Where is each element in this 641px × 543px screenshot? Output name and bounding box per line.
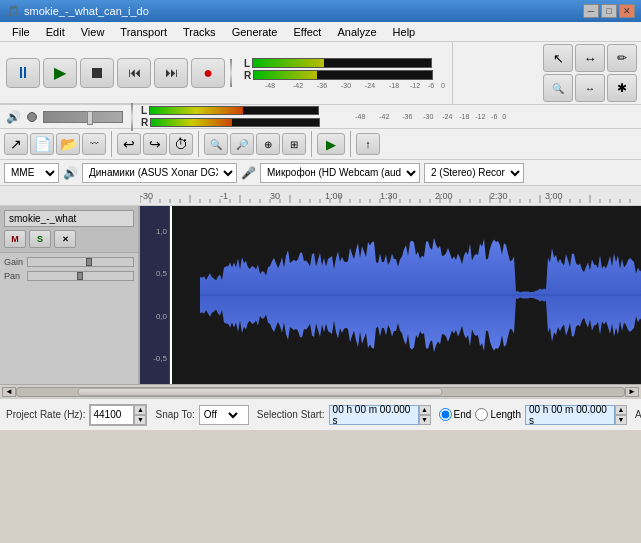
- volume-slider[interactable]: [43, 111, 123, 123]
- toolbar-divider: [230, 59, 232, 87]
- menu-edit[interactable]: Edit: [38, 24, 73, 40]
- length-radio[interactable]: [475, 408, 488, 421]
- select-tool-btn[interactable]: ↗: [4, 133, 28, 155]
- menu-file[interactable]: File: [4, 24, 38, 40]
- project-rate-field: Project Rate (Hz): 44100 ▲ ▼: [6, 404, 147, 426]
- tools-row-2: 🔍 ↔ ✱: [543, 74, 637, 102]
- volume-row: 🔊 L R -48 -42 -36 -30 -24 -18 -12 -6: [0, 105, 641, 129]
- play-button[interactable]: ▶: [43, 58, 77, 88]
- menu-view[interactable]: View: [73, 24, 113, 40]
- draw-tool[interactable]: ✏: [607, 44, 637, 72]
- end-length-field: End Length 00 h 00 m 00.000 s ▲ ▼: [439, 405, 627, 425]
- rate-down-btn[interactable]: ▼: [134, 415, 146, 425]
- track-control-buttons: M S ✕: [4, 230, 134, 248]
- silence-btn[interactable]: ↑: [356, 133, 380, 155]
- input-meters: L R -48 -42 -36 -30 -24 -18 -12 -6 0: [240, 42, 453, 104]
- menu-generate[interactable]: Generate: [224, 24, 286, 40]
- zoom-normal-btn[interactable]: 🔍: [204, 133, 228, 155]
- out-right-meter: [150, 118, 320, 127]
- track-gain-slider[interactable]: [27, 257, 134, 267]
- cursor-tool[interactable]: ↖: [543, 44, 573, 72]
- menu-help[interactable]: Help: [385, 24, 424, 40]
- end-radio[interactable]: [439, 408, 452, 421]
- out-right-row: R: [141, 117, 320, 128]
- left-meter: [252, 58, 432, 68]
- end-up[interactable]: ▲: [615, 405, 627, 415]
- snap-to-select-wrap: Off Bar Beat: [199, 405, 249, 425]
- play-green-btn[interactable]: ▶: [317, 133, 345, 155]
- menu-tracks[interactable]: Tracks: [175, 24, 224, 40]
- timeline-ruler: -30 -1 30 1:00 1:30 2:00 2:30 3:00: [0, 186, 641, 206]
- close-track-button[interactable]: ✕: [54, 230, 76, 248]
- end-down[interactable]: ▼: [615, 415, 627, 425]
- skip-back-button[interactable]: ⏮: [117, 58, 151, 88]
- scroll-right-button[interactable]: ►: [625, 387, 639, 397]
- window-icon: 🎵: [6, 5, 20, 18]
- zoom-out-btn[interactable]: 🔎: [230, 133, 254, 155]
- waveform-container[interactable]: 1,0 0,5 0,0 -0,5: [140, 206, 641, 384]
- scrollbar-thumb[interactable]: [78, 388, 442, 396]
- multi-tool[interactable]: ✱: [607, 74, 637, 102]
- solo-button[interactable]: S: [29, 230, 51, 248]
- channels-select[interactable]: 2 (Stereo) Record: [424, 163, 524, 183]
- record-button[interactable]: ●: [191, 58, 225, 88]
- end-value[interactable]: 00 h 00 m 00.000 s: [525, 405, 615, 425]
- rate-up-btn[interactable]: ▲: [134, 405, 146, 415]
- scroll-left-button[interactable]: ◄: [2, 387, 16, 397]
- output-device-select[interactable]: Динамики (ASUS Xonar DGX A: [82, 163, 237, 183]
- zoom-sel-btn[interactable]: ⊕: [256, 133, 280, 155]
- end-value-wrap: 00 h 00 m 00.000 s ▲ ▼: [525, 405, 627, 425]
- clock-btn[interactable]: ⏱: [169, 133, 193, 155]
- api-select[interactable]: MME DirectSound WASAPI: [4, 163, 59, 183]
- new-track-btn[interactable]: 📄: [30, 133, 54, 155]
- sel-start-down[interactable]: ▼: [419, 415, 431, 425]
- open-btn[interactable]: 📂: [56, 133, 80, 155]
- close-button[interactable]: ✕: [619, 4, 635, 18]
- mute-button[interactable]: M: [4, 230, 26, 248]
- project-rate-spinner[interactable]: ▲ ▼: [134, 405, 146, 425]
- minimize-button[interactable]: ─: [583, 4, 599, 18]
- track-pan-slider[interactable]: [27, 271, 134, 281]
- out-left-row: L: [141, 105, 320, 116]
- stop-button[interactable]: ⏹: [80, 58, 114, 88]
- sel-start-spinner[interactable]: ▲ ▼: [419, 405, 431, 425]
- end-spinner[interactable]: ▲ ▼: [615, 405, 627, 425]
- right-meter: [253, 70, 433, 80]
- pause-button[interactable]: ⏸: [6, 58, 40, 88]
- selection-start-value[interactable]: 00 h 00 m 00.000 s: [329, 405, 419, 425]
- pan-label: Pan: [4, 271, 24, 281]
- y-label-3: 0,0: [142, 312, 167, 321]
- waveform-btn[interactable]: 〰: [82, 133, 106, 155]
- undo-btn[interactable]: ↩: [117, 133, 141, 155]
- track-params: Gain Pan: [0, 253, 138, 285]
- zoom-in-tool[interactable]: 🔍: [543, 74, 573, 102]
- track-pan: Pan: [4, 271, 134, 281]
- audio-position-label: Audio Position:: [635, 409, 641, 420]
- gain-label: Gain: [4, 257, 24, 267]
- zoom-out-tool[interactable]: ↔: [575, 74, 605, 102]
- menu-effect[interactable]: Effect: [286, 24, 330, 40]
- track-header: smokie_-_what M S ✕ Gain Pan: [0, 206, 140, 384]
- selection-start-input-wrap: 00 h 00 m 00.000 s ▲ ▼: [329, 405, 431, 425]
- redo-btn[interactable]: ↪: [143, 133, 167, 155]
- meter-scale: -48 -42 -36 -30 -24 -18 -12 -6 0: [244, 82, 448, 89]
- input-device-select[interactable]: Микрофон (HD Webcam (audi: [260, 163, 420, 183]
- maximize-button[interactable]: □: [601, 4, 617, 18]
- length-label: Length: [490, 409, 521, 420]
- volume-knob[interactable]: [27, 112, 37, 122]
- sel-start-up[interactable]: ▲: [419, 405, 431, 415]
- y-label-4: -0,5: [142, 354, 167, 363]
- menu-transport[interactable]: Transport: [112, 24, 175, 40]
- scrollbar-track[interactable]: [16, 387, 625, 397]
- end-length-radio-group: End Length: [439, 408, 521, 421]
- end-radio-label[interactable]: End: [439, 408, 472, 421]
- menu-analyze[interactable]: Analyze: [329, 24, 384, 40]
- selection-tool[interactable]: ↔: [575, 44, 605, 72]
- y-label-1: 1,0: [142, 227, 167, 236]
- length-radio-label[interactable]: Length: [475, 408, 521, 421]
- out-left-label: L: [141, 105, 147, 116]
- edit-divider-1: [111, 131, 112, 157]
- zoom-fit-btn[interactable]: ⊞: [282, 133, 306, 155]
- skip-forward-button[interactable]: ⏭: [154, 58, 188, 88]
- snap-to-select[interactable]: Off Bar Beat: [200, 406, 241, 424]
